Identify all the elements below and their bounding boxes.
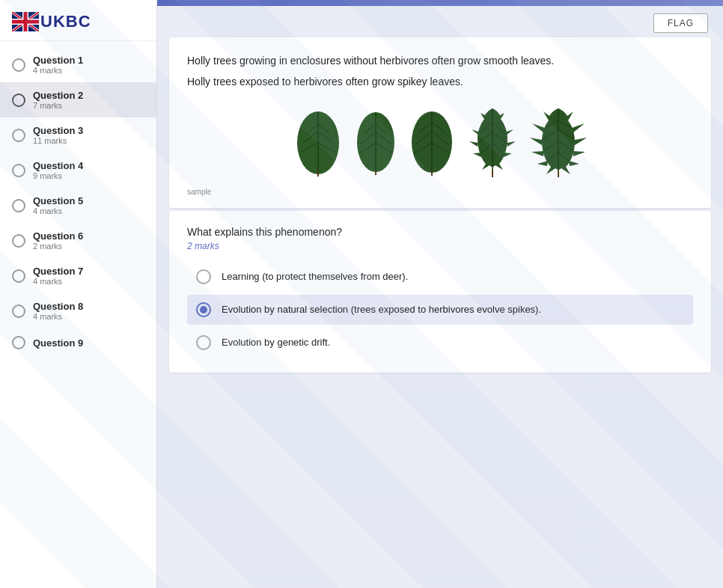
question-name-q6: Question 6 [33, 230, 83, 242]
svg-rect-8 [12, 20, 39, 24]
question-marks-q3: 11 marks [33, 136, 83, 145]
leaf-5-icon [528, 104, 588, 179]
radio-outer-q4 [12, 164, 25, 177]
question-name-q9: Question 9 [33, 337, 83, 349]
question-info-q3: Question 3 11 marks [33, 125, 83, 145]
radio-outer-q6 [12, 234, 25, 248]
flag-bar: FLAG [157, 6, 723, 37]
option-2[interactable]: Evolution by natural selection (trees ex… [187, 295, 693, 325]
logo-area: UKBC [0, 0, 156, 41]
question-marks-q1: 4 marks [33, 66, 83, 75]
question-info-q1: Question 1 4 marks [33, 55, 83, 75]
options-list: Learning (to protect themselves from dee… [187, 262, 693, 358]
sidebar-item-question-5[interactable]: Question 5 4 marks [0, 188, 156, 223]
radio-outer-q2 [12, 94, 25, 107]
answer-question-text: What explains this phenomenon? [187, 226, 693, 238]
question-info-q6: Question 6 2 marks [33, 230, 83, 251]
logo-text: UKBC [40, 12, 91, 31]
option-3[interactable]: Evolution by genetic drift. [187, 328, 693, 358]
sidebar-item-question-6[interactable]: Question 6 2 marks [0, 223, 156, 258]
sidebar-item-question-1[interactable]: Question 1 4 marks [0, 47, 156, 82]
question-marks-q7: 4 marks [33, 277, 83, 286]
sidebar-item-question-3[interactable]: Question 3 11 marks [0, 117, 156, 153]
top-bar [157, 0, 723, 6]
question-name-q5: Question 5 [33, 195, 83, 206]
leaf-2-icon [353, 108, 399, 175]
marks-label: 2 marks [187, 241, 693, 251]
answer-card: What explains this phenomenon? 2 marks L… [169, 211, 711, 373]
paragraph-2: Holly trees exposed to herbivores often … [187, 73, 693, 90]
option-label-2: Evolution by natural selection (trees ex… [222, 303, 541, 316]
question-name-q7: Question 7 [33, 266, 83, 277]
sidebar-item-question-9[interactable]: Question 9 [0, 328, 156, 357]
sidebar-item-question-7[interactable]: Question 7 4 marks [0, 258, 156, 293]
question-info-q7: Question 7 4 marks [33, 266, 83, 286]
radio-outer-q8 [12, 304, 25, 318]
radio-outer-q9 [12, 336, 25, 349]
option-label-3: Evolution by genetic drift. [222, 336, 330, 349]
option-label-1: Learning (to protect themselves from dee… [222, 270, 408, 284]
question-marks-q4: 9 marks [33, 171, 83, 180]
question-marks-q2: 7 marks [33, 101, 83, 110]
option-1[interactable]: Learning (to protect themselves from dee… [187, 262, 693, 292]
question-list: Question 1 4 marks Question 2 7 marks Qu… [0, 41, 156, 588]
question-name-q2: Question 2 [33, 90, 83, 101]
question-info-card: Holly trees growing in enclosures withou… [169, 37, 711, 208]
question-marks-q8: 4 marks [33, 312, 83, 321]
radio-outer-q1 [12, 58, 25, 72]
leaf-1-icon [293, 105, 344, 177]
question-name-q4: Question 4 [33, 160, 83, 171]
main-container: UKBC Question 1 4 marks Question 2 7 mar… [0, 0, 723, 588]
question-marks-q5: 4 marks [33, 206, 83, 215]
leaves-image [187, 95, 693, 185]
radio-circle-3 [196, 335, 211, 350]
leaf-3-icon [408, 107, 457, 176]
radio-circle-2 [196, 302, 211, 317]
content-area: Holly trees growing in enclosures withou… [157, 37, 723, 588]
leaf-4-icon [466, 104, 519, 179]
sidebar-item-question-4[interactable]: Question 4 9 marks [0, 153, 156, 188]
question-info-q4: Question 4 9 marks [33, 160, 83, 180]
question-info-q2: Question 2 7 marks [33, 90, 83, 110]
radio-circle-1 [196, 269, 211, 284]
logo-flag-icon [12, 12, 39, 31]
radio-outer-q3 [12, 129, 25, 142]
paragraph-1: Holly trees growing in enclosures withou… [187, 52, 693, 69]
question-info-q5: Question 5 4 marks [33, 195, 83, 215]
main-content: FLAG Holly trees growing in enclosures w… [157, 0, 723, 588]
question-marks-q6: 2 marks [33, 242, 83, 251]
question-name-q8: Question 8 [33, 301, 83, 312]
question-name-q3: Question 3 [33, 125, 83, 136]
flag-button[interactable]: FLAG [653, 13, 708, 33]
logo: UKBC [12, 12, 91, 31]
radio-outer-q7 [12, 269, 25, 283]
question-info-q8: Question 8 4 marks [33, 301, 83, 321]
question-info-q9: Question 9 [33, 337, 83, 349]
question-name-q1: Question 1 [33, 55, 83, 66]
radio-outer-q5 [12, 199, 25, 212]
image-caption: sample [187, 188, 693, 196]
sidebar: UKBC Question 1 4 marks Question 2 7 mar… [0, 0, 157, 588]
sidebar-item-question-8[interactable]: Question 8 4 marks [0, 293, 156, 328]
sidebar-item-question-2[interactable]: Question 2 7 marks [0, 82, 156, 117]
